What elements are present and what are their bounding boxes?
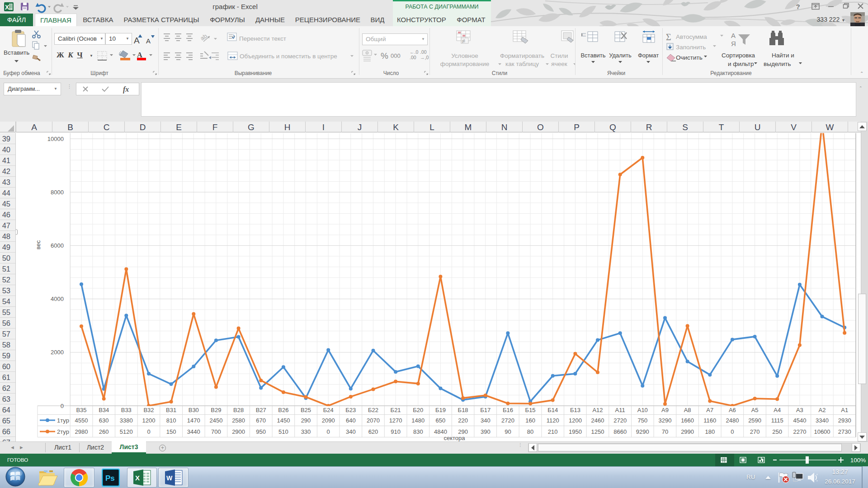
svg-text:В28: В28 bbox=[233, 407, 244, 413]
svg-text:2990: 2990 bbox=[681, 428, 694, 435]
svg-text:ab: ab bbox=[199, 33, 208, 42]
svg-text:2720: 2720 bbox=[501, 417, 514, 424]
svg-text:750: 750 bbox=[637, 417, 647, 424]
svg-text:1450: 1450 bbox=[277, 417, 290, 424]
svg-text:2270: 2270 bbox=[793, 428, 806, 435]
svg-text:Б18: Б18 bbox=[458, 407, 468, 413]
svg-text:340: 340 bbox=[346, 428, 356, 435]
svg-text:Б20: Б20 bbox=[413, 407, 423, 413]
svg-text:X: X bbox=[5, 4, 9, 11]
svg-text:4000: 4000 bbox=[51, 296, 64, 302]
svg-text:≠: ≠ bbox=[462, 38, 465, 44]
svg-text:fx: fx bbox=[123, 85, 129, 94]
svg-text:В34: В34 bbox=[99, 407, 109, 413]
svg-text:←.0: ←.0 bbox=[410, 49, 418, 55]
svg-text:В32: В32 bbox=[143, 407, 154, 413]
svg-text:70: 70 bbox=[662, 428, 668, 435]
svg-text:2930: 2930 bbox=[838, 417, 851, 424]
svg-text:270: 270 bbox=[750, 428, 760, 435]
svg-text:А2: А2 bbox=[819, 407, 826, 413]
svg-text:180: 180 bbox=[705, 428, 715, 435]
svg-text:3290: 3290 bbox=[659, 417, 672, 424]
svg-text:830: 830 bbox=[413, 428, 423, 435]
svg-text:1120: 1120 bbox=[547, 417, 559, 424]
svg-text:Вставить: Вставить bbox=[4, 49, 29, 56]
svg-text:Удалить: Удалить bbox=[609, 52, 632, 59]
svg-text:250: 250 bbox=[772, 428, 782, 435]
svg-text:90: 90 bbox=[505, 428, 511, 435]
svg-text:Σ: Σ bbox=[666, 32, 671, 42]
svg-text:290: 290 bbox=[301, 417, 311, 424]
svg-text:100%: 100% bbox=[850, 457, 866, 464]
svg-text:80: 80 bbox=[527, 428, 533, 435]
svg-text:2590: 2590 bbox=[748, 417, 761, 424]
svg-text:950: 950 bbox=[256, 428, 266, 435]
svg-text:4550: 4550 bbox=[75, 417, 88, 424]
svg-text:ячеек: ячеек bbox=[551, 61, 567, 67]
svg-text:А7: А7 bbox=[706, 407, 713, 413]
svg-text:6000: 6000 bbox=[51, 242, 64, 249]
svg-text:В33: В33 bbox=[121, 407, 132, 413]
svg-text:Б16: Б16 bbox=[503, 407, 513, 413]
svg-text:В25: В25 bbox=[301, 407, 311, 413]
svg-text:2900: 2900 bbox=[232, 428, 245, 435]
svg-text:А12: А12 bbox=[592, 407, 603, 413]
svg-text:сектора: сектора bbox=[443, 435, 465, 441]
svg-text:10600: 10600 bbox=[814, 428, 830, 435]
svg-text:0: 0 bbox=[147, 428, 150, 435]
svg-text:160: 160 bbox=[525, 417, 535, 424]
svg-text:В27: В27 bbox=[256, 407, 266, 413]
svg-text:Б17: Б17 bbox=[480, 407, 491, 413]
svg-text:220: 220 bbox=[458, 417, 468, 424]
svg-text:Б23: Б23 bbox=[345, 407, 356, 413]
svg-text:210: 210 bbox=[548, 428, 558, 435]
svg-text:1200: 1200 bbox=[569, 417, 582, 424]
svg-text:Очистить: Очистить bbox=[676, 54, 703, 61]
svg-text:0: 0 bbox=[731, 428, 734, 435]
svg-text:и фильтр: и фильтр bbox=[728, 61, 754, 67]
svg-text:Я: Я bbox=[731, 40, 736, 47]
svg-text:810: 810 bbox=[166, 417, 176, 424]
svg-text:10000: 10000 bbox=[47, 136, 64, 142]
svg-text:→,0: →,0 bbox=[420, 55, 429, 60]
svg-text:1200: 1200 bbox=[142, 417, 156, 424]
svg-text:выделить: выделить bbox=[764, 61, 791, 67]
svg-text:2730: 2730 bbox=[838, 428, 851, 435]
svg-text:2тур: 2тур bbox=[57, 428, 69, 435]
svg-text:8000: 8000 bbox=[51, 189, 64, 196]
svg-text:Стили: Стили bbox=[551, 52, 568, 59]
svg-text:Форматировать: Форматировать bbox=[500, 52, 544, 59]
svg-text:2460: 2460 bbox=[591, 417, 604, 424]
svg-text:Б15: Б15 bbox=[525, 407, 536, 413]
svg-text:330: 330 bbox=[301, 428, 311, 435]
svg-text:вес: вес bbox=[35, 240, 42, 249]
svg-text:Б13: Б13 bbox=[570, 407, 580, 413]
svg-text:Перенести текст: Перенести текст bbox=[239, 35, 286, 42]
svg-text:W: W bbox=[166, 474, 173, 482]
svg-text:.00: .00 bbox=[420, 49, 427, 55]
svg-text:В26: В26 bbox=[278, 407, 288, 413]
svg-text:000: 000 bbox=[391, 52, 401, 59]
svg-text:510: 510 bbox=[278, 428, 288, 435]
svg-text:260: 260 bbox=[99, 428, 109, 435]
svg-text:0: 0 bbox=[61, 403, 64, 409]
svg-text:А8: А8 bbox=[684, 407, 691, 413]
svg-text:1тур: 1тур bbox=[57, 417, 69, 424]
svg-text:390: 390 bbox=[481, 428, 491, 435]
svg-text:А1: А1 bbox=[841, 407, 848, 413]
svg-text:А: А bbox=[731, 32, 736, 39]
svg-text:1480: 1480 bbox=[411, 417, 425, 424]
svg-text:Вставить: Вставить bbox=[580, 52, 605, 59]
svg-text:4840: 4840 bbox=[434, 428, 447, 435]
svg-text:А9: А9 bbox=[661, 407, 669, 413]
svg-text:2000: 2000 bbox=[51, 349, 64, 356]
svg-text:В29: В29 bbox=[211, 407, 221, 413]
svg-text:630: 630 bbox=[99, 417, 109, 424]
svg-text:Б19: Б19 bbox=[435, 407, 446, 413]
svg-text:290: 290 bbox=[458, 428, 468, 435]
svg-text:1270: 1270 bbox=[389, 417, 402, 424]
svg-text:?: ? bbox=[796, 3, 800, 10]
svg-text:В30: В30 bbox=[189, 407, 199, 413]
svg-text:X: X bbox=[135, 474, 140, 482]
svg-text:В35: В35 bbox=[76, 407, 86, 413]
